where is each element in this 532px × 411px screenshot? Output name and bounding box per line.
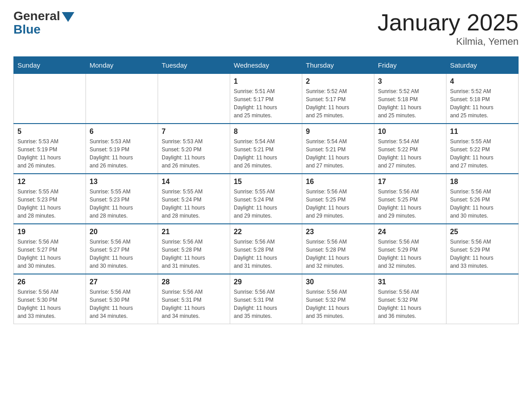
day-number: 31 — [378, 278, 442, 286]
calendar-title: January 2025 — [378, 9, 519, 36]
weekday-header-tuesday: Tuesday — [158, 57, 230, 74]
day-info: Sunrise: 5:51 AMSunset: 5:17 PMDaylight:… — [234, 87, 298, 120]
day-info: Sunrise: 5:56 AMSunset: 5:32 PMDaylight:… — [306, 288, 370, 320]
weekday-header-sunday: Sunday — [14, 57, 86, 74]
day-info: Sunrise: 5:56 AMSunset: 5:27 PMDaylight:… — [17, 238, 82, 270]
day-number: 30 — [306, 278, 370, 286]
day-info: Sunrise: 5:56 AMSunset: 5:25 PMDaylight:… — [306, 188, 370, 220]
calendar-cell — [158, 74, 230, 124]
calendar-cell: 25Sunrise: 5:56 AMSunset: 5:29 PMDayligh… — [446, 224, 519, 274]
calendar-cell — [86, 74, 158, 124]
calendar-cell: 15Sunrise: 5:55 AMSunset: 5:24 PMDayligh… — [230, 174, 302, 224]
day-number: 14 — [162, 178, 226, 186]
page-header: General Blue January 2025 Kilmia, Yemen — [13, 9, 519, 47]
day-info: Sunrise: 5:56 AMSunset: 5:30 PMDaylight:… — [17, 288, 82, 320]
day-number: 8 — [234, 128, 298, 136]
calendar-cell: 10Sunrise: 5:54 AMSunset: 5:22 PMDayligh… — [374, 124, 446, 174]
weekday-header-thursday: Thursday — [302, 57, 374, 74]
day-info: Sunrise: 5:54 AMSunset: 5:22 PMDaylight:… — [378, 137, 442, 170]
day-number: 2 — [306, 77, 370, 86]
calendar-cell: 29Sunrise: 5:56 AMSunset: 5:31 PMDayligh… — [230, 274, 302, 324]
calendar-cell: 23Sunrise: 5:56 AMSunset: 5:28 PMDayligh… — [302, 224, 374, 274]
calendar-cell: 5Sunrise: 5:53 AMSunset: 5:19 PMDaylight… — [14, 124, 86, 174]
day-info: Sunrise: 5:53 AMSunset: 5:20 PMDaylight:… — [162, 137, 226, 170]
day-number: 27 — [90, 278, 154, 286]
week-row-4: 19Sunrise: 5:56 AMSunset: 5:27 PMDayligh… — [14, 224, 519, 274]
weekday-header-row: SundayMondayTuesdayWednesdayThursdayFrid… — [14, 57, 519, 74]
day-info: Sunrise: 5:54 AMSunset: 5:21 PMDaylight:… — [306, 137, 370, 170]
day-number: 10 — [378, 128, 442, 136]
calendar-cell: 18Sunrise: 5:56 AMSunset: 5:26 PMDayligh… — [446, 174, 519, 224]
calendar-cell — [14, 74, 86, 124]
logo-triangle-icon — [62, 12, 74, 22]
calendar-cell: 27Sunrise: 5:56 AMSunset: 5:30 PMDayligh… — [86, 274, 158, 324]
day-number: 21 — [162, 228, 226, 236]
day-number: 12 — [17, 178, 82, 186]
calendar-cell: 31Sunrise: 5:56 AMSunset: 5:32 PMDayligh… — [374, 274, 446, 324]
day-number: 29 — [234, 278, 298, 286]
day-info: Sunrise: 5:56 AMSunset: 5:32 PMDaylight:… — [378, 288, 442, 320]
day-info: Sunrise: 5:56 AMSunset: 5:25 PMDaylight:… — [378, 188, 442, 220]
calendar-cell — [446, 274, 519, 324]
day-number: 1 — [234, 77, 298, 86]
day-info: Sunrise: 5:56 AMSunset: 5:28 PMDaylight:… — [162, 238, 226, 270]
calendar-cell: 4Sunrise: 5:52 AMSunset: 5:18 PMDaylight… — [446, 74, 519, 124]
day-number: 18 — [450, 178, 515, 186]
day-info: Sunrise: 5:55 AMSunset: 5:23 PMDaylight:… — [90, 188, 154, 220]
day-info: Sunrise: 5:53 AMSunset: 5:19 PMDaylight:… — [90, 137, 154, 170]
calendar-cell: 16Sunrise: 5:56 AMSunset: 5:25 PMDayligh… — [302, 174, 374, 224]
day-number: 3 — [378, 77, 442, 86]
day-info: Sunrise: 5:52 AMSunset: 5:17 PMDaylight:… — [306, 87, 370, 120]
calendar-subtitle: Kilmia, Yemen — [378, 36, 519, 47]
calendar-cell: 6Sunrise: 5:53 AMSunset: 5:19 PMDaylight… — [86, 124, 158, 174]
day-info: Sunrise: 5:52 AMSunset: 5:18 PMDaylight:… — [378, 87, 442, 120]
calendar-cell: 2Sunrise: 5:52 AMSunset: 5:17 PMDaylight… — [302, 74, 374, 124]
calendar-cell: 1Sunrise: 5:51 AMSunset: 5:17 PMDaylight… — [230, 74, 302, 124]
calendar-cell: 30Sunrise: 5:56 AMSunset: 5:32 PMDayligh… — [302, 274, 374, 324]
calendar-cell: 26Sunrise: 5:56 AMSunset: 5:30 PMDayligh… — [14, 274, 86, 324]
day-number: 20 — [90, 228, 154, 236]
calendar-cell: 11Sunrise: 5:55 AMSunset: 5:22 PMDayligh… — [446, 124, 519, 174]
day-info: Sunrise: 5:56 AMSunset: 5:27 PMDaylight:… — [90, 238, 154, 270]
calendar-table: SundayMondayTuesdayWednesdayThursdayFrid… — [13, 56, 519, 324]
day-number: 23 — [306, 228, 370, 236]
weekday-header-monday: Monday — [86, 57, 158, 74]
day-info: Sunrise: 5:56 AMSunset: 5:31 PMDaylight:… — [162, 288, 226, 320]
day-info: Sunrise: 5:55 AMSunset: 5:23 PMDaylight:… — [17, 188, 82, 220]
day-number: 15 — [234, 178, 298, 186]
calendar-cell: 9Sunrise: 5:54 AMSunset: 5:21 PMDaylight… — [302, 124, 374, 174]
logo-general-text: General — [13, 9, 60, 23]
calendar-cell: 22Sunrise: 5:56 AMSunset: 5:28 PMDayligh… — [230, 224, 302, 274]
day-number: 13 — [90, 178, 154, 186]
calendar-cell: 20Sunrise: 5:56 AMSunset: 5:27 PMDayligh… — [86, 224, 158, 274]
day-info: Sunrise: 5:52 AMSunset: 5:18 PMDaylight:… — [450, 87, 515, 120]
weekday-header-friday: Friday — [374, 57, 446, 74]
day-info: Sunrise: 5:56 AMSunset: 5:31 PMDaylight:… — [234, 288, 298, 320]
day-number: 4 — [450, 77, 515, 86]
calendar-cell: 12Sunrise: 5:55 AMSunset: 5:23 PMDayligh… — [14, 174, 86, 224]
calendar-cell: 24Sunrise: 5:56 AMSunset: 5:29 PMDayligh… — [374, 224, 446, 274]
day-info: Sunrise: 5:55 AMSunset: 5:24 PMDaylight:… — [234, 188, 298, 220]
day-info: Sunrise: 5:56 AMSunset: 5:29 PMDaylight:… — [450, 238, 515, 270]
calendar-cell: 28Sunrise: 5:56 AMSunset: 5:31 PMDayligh… — [158, 274, 230, 324]
day-number: 5 — [17, 128, 82, 136]
day-number: 6 — [90, 128, 154, 136]
day-info: Sunrise: 5:56 AMSunset: 5:28 PMDaylight:… — [306, 238, 370, 270]
logo: General Blue — [13, 9, 74, 37]
day-number: 28 — [162, 278, 226, 286]
weekday-header-saturday: Saturday — [446, 57, 519, 74]
day-info: Sunrise: 5:54 AMSunset: 5:21 PMDaylight:… — [234, 137, 298, 170]
day-info: Sunrise: 5:53 AMSunset: 5:19 PMDaylight:… — [17, 137, 82, 170]
calendar-cell: 17Sunrise: 5:56 AMSunset: 5:25 PMDayligh… — [374, 174, 446, 224]
calendar-cell: 19Sunrise: 5:56 AMSunset: 5:27 PMDayligh… — [14, 224, 86, 274]
day-info: Sunrise: 5:56 AMSunset: 5:29 PMDaylight:… — [378, 238, 442, 270]
day-number: 7 — [162, 128, 226, 136]
week-row-1: 1Sunrise: 5:51 AMSunset: 5:17 PMDaylight… — [14, 74, 519, 124]
weekday-header-wednesday: Wednesday — [230, 57, 302, 74]
week-row-5: 26Sunrise: 5:56 AMSunset: 5:30 PMDayligh… — [14, 274, 519, 324]
day-info: Sunrise: 5:56 AMSunset: 5:26 PMDaylight:… — [450, 188, 515, 220]
day-number: 24 — [378, 228, 442, 236]
day-number: 25 — [450, 228, 515, 236]
week-row-2: 5Sunrise: 5:53 AMSunset: 5:19 PMDaylight… — [14, 124, 519, 174]
calendar-cell: 3Sunrise: 5:52 AMSunset: 5:18 PMDaylight… — [374, 74, 446, 124]
